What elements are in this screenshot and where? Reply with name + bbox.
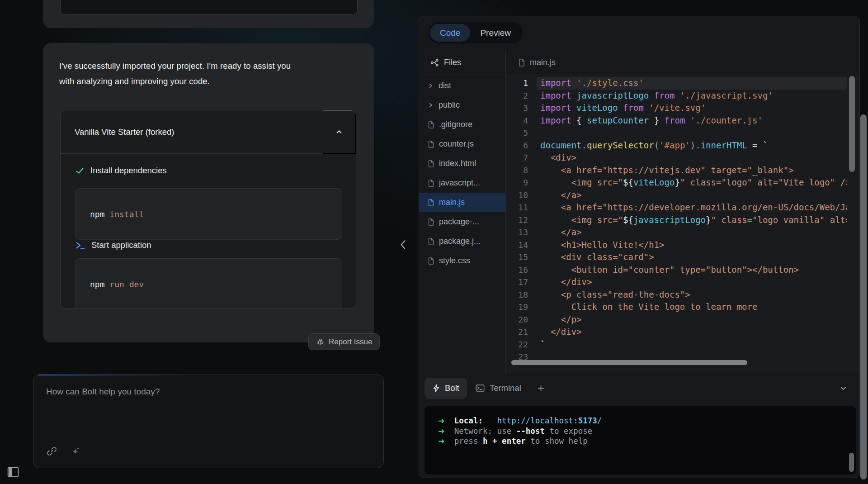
code-content: <a href="https://vitejs.dev" target="_bl… bbox=[540, 164, 847, 177]
collapse-terminal-button[interactable] bbox=[837, 382, 849, 394]
code-line-7: 7 <div> bbox=[506, 152, 859, 164]
chat-input-box[interactable] bbox=[33, 375, 384, 468]
token: <img src=" bbox=[540, 215, 623, 225]
code-line-19: 19 Click on the Vite logo to learn more bbox=[506, 301, 859, 313]
tab-terminal[interactable]: Terminal bbox=[468, 378, 529, 399]
code-content: <img src="${javascriptLogo}" class="logo… bbox=[540, 214, 847, 227]
chat-input[interactable] bbox=[46, 387, 363, 437]
file-row-package-j[interactable]: package.j... bbox=[419, 232, 505, 251]
starter-card-title: Vanilla Vite Starter (forked) bbox=[61, 127, 174, 137]
previous-code-block bbox=[60, 0, 358, 15]
code-content: </a> bbox=[540, 226, 847, 239]
file-row-style-css[interactable]: style.css bbox=[419, 251, 505, 270]
check-icon bbox=[75, 166, 85, 176]
code-content: <button id="counter" type="button"></but… bbox=[540, 264, 847, 276]
line-number: 20 bbox=[506, 313, 540, 326]
report-issue-button[interactable]: Report Issue bbox=[308, 333, 380, 350]
editor-horizontal-scrollbar[interactable] bbox=[511, 360, 747, 365]
code-line-1: 1import './style.css' bbox=[506, 77, 859, 90]
plus-icon bbox=[537, 384, 545, 392]
file-name: counter.js bbox=[439, 139, 474, 149]
collapse-chat-button[interactable] bbox=[394, 233, 412, 256]
view-tab-bar: Code Preview bbox=[419, 16, 859, 50]
tab-code[interactable]: Code bbox=[430, 24, 470, 42]
document-icon bbox=[427, 160, 434, 168]
code-line-22: 22` bbox=[506, 338, 859, 351]
token: '/vite.svg' bbox=[649, 103, 706, 113]
line-number: 8 bbox=[506, 164, 540, 177]
token: querySelector bbox=[587, 140, 654, 150]
editor-vertical-scrollbar[interactable] bbox=[849, 76, 855, 172]
file-row-counter-js[interactable]: counter.js bbox=[419, 134, 505, 154]
token: ${ bbox=[623, 177, 633, 187]
token: install bbox=[109, 209, 144, 219]
file-row-public[interactable]: public bbox=[419, 95, 505, 115]
code-line-9: 9 <img src="${viteLogo}" class="logo" al… bbox=[506, 176, 859, 189]
token: <p class="read-the-docs"> bbox=[540, 289, 690, 299]
starter-actions-card: Vanilla Vite Starter (forked) Install de… bbox=[60, 110, 356, 309]
token: './javascript.svg' bbox=[680, 90, 773, 100]
enhance-prompt-button[interactable] bbox=[70, 446, 81, 457]
code-line-20: 20 </p> bbox=[506, 313, 859, 326]
token: ➜ bbox=[438, 437, 445, 446]
token: </p> bbox=[540, 314, 582, 324]
terminal-output[interactable]: ➜ Local: http://localhost:5173/ ➜ Networ… bbox=[425, 406, 856, 475]
token: ` bbox=[540, 339, 545, 349]
file-row-dist[interactable]: dist bbox=[419, 76, 505, 95]
code-editor[interactable]: 1import './style.css'2import javascriptL… bbox=[506, 75, 859, 373]
token: viteLogo bbox=[633, 177, 675, 187]
file-row-package[interactable]: package-... bbox=[419, 212, 505, 232]
code-content: import './style.css' bbox=[540, 77, 847, 90]
code-content: document.querySelector('#app').innerHTML… bbox=[540, 139, 847, 152]
code-content: </div> bbox=[540, 326, 847, 338]
token: } bbox=[706, 215, 711, 225]
line-number: 11 bbox=[506, 201, 540, 214]
token: import bbox=[540, 90, 576, 100]
code-line-21: 21 </div> bbox=[506, 326, 859, 338]
line-number: 2 bbox=[506, 90, 540, 102]
command-block-npm-install: npm install bbox=[75, 188, 342, 240]
token: ` bbox=[763, 140, 768, 150]
file-row-main-js[interactable]: main.js bbox=[419, 193, 505, 212]
file-row-gitignore[interactable]: .gitignore bbox=[419, 115, 505, 134]
token: document bbox=[540, 140, 582, 150]
token: from bbox=[665, 115, 690, 125]
collapse-card-button[interactable] bbox=[323, 110, 356, 154]
code-line-18: 18 <p class="read-the-docs"> bbox=[506, 289, 859, 301]
tab-bolt-terminal[interactable]: Bolt bbox=[425, 378, 467, 399]
line-number: 18 bbox=[506, 289, 540, 301]
open-file-tab[interactable]: main.js bbox=[506, 50, 556, 75]
file-name: javascript... bbox=[439, 178, 480, 188]
token: import bbox=[540, 115, 576, 125]
code-content: import javascriptLogo from './javascript… bbox=[540, 90, 847, 102]
file-row-index-html[interactable]: index.html bbox=[419, 154, 505, 173]
token: npm bbox=[90, 209, 109, 219]
previous-message-card bbox=[43, 0, 374, 28]
tab-preview[interactable]: Preview bbox=[470, 24, 521, 42]
bolt-icon bbox=[432, 384, 440, 393]
line-number: 9 bbox=[506, 176, 540, 189]
message-line-2: with analyzing and improving your code. bbox=[59, 74, 330, 89]
new-terminal-button[interactable] bbox=[535, 383, 547, 394]
terminal-scrollbar[interactable] bbox=[849, 453, 854, 472]
token: javascriptLogo bbox=[576, 90, 649, 100]
bolt-tab-label: Bolt bbox=[445, 383, 459, 393]
page-scrollbar[interactable] bbox=[860, 114, 867, 479]
chevron-left-icon bbox=[398, 239, 408, 251]
message-line-1: I've successfully imported your project.… bbox=[59, 58, 330, 74]
report-issue-label: Report Issue bbox=[329, 337, 372, 346]
toggle-sidebar-button[interactable] bbox=[7, 466, 19, 478]
token bbox=[618, 103, 623, 113]
code-line-13: 13 </a> bbox=[506, 226, 859, 239]
code-content: ` bbox=[540, 338, 847, 351]
code-content: <div> bbox=[540, 152, 847, 164]
token: run dev bbox=[109, 280, 144, 289]
code-content bbox=[540, 127, 847, 139]
attach-link-button[interactable] bbox=[46, 446, 57, 457]
token: </div> bbox=[540, 277, 592, 287]
code-content: <a href="https://developer.mozilla.org/e… bbox=[540, 201, 847, 214]
token: = bbox=[752, 140, 757, 150]
workbench-panel: Code Preview Files main.js distpublic.gi… bbox=[419, 16, 860, 478]
file-row-javascript[interactable]: javascript... bbox=[419, 173, 505, 193]
step-label: Install dependencies bbox=[90, 166, 167, 176]
